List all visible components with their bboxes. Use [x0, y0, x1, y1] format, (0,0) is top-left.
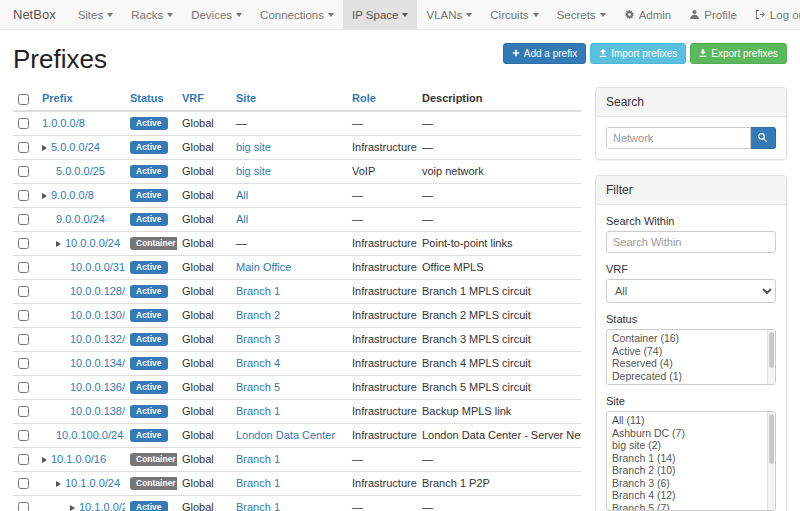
nav-item-vlans[interactable]: VLANs — [417, 0, 481, 29]
prefix-link[interactable]: 10.0.100.0/24 — [56, 429, 123, 441]
expand-caret-icon — [42, 457, 47, 463]
brand-logo[interactable]: NetBox — [0, 0, 69, 29]
prefix-link[interactable]: 10.0.0.138/31 — [70, 405, 125, 417]
site-link[interactable]: Branch 1 — [236, 285, 280, 297]
column-header-status[interactable]: Status — [130, 92, 164, 104]
prefix-link[interactable]: 5.0.0.0/24 — [51, 141, 100, 153]
select-all-checkbox[interactable] — [18, 94, 29, 105]
prefix-link[interactable]: 10.0.0.128/31 — [70, 285, 125, 297]
site-link[interactable]: Branch 2 — [236, 309, 280, 321]
row-checkbox[interactable] — [18, 382, 29, 393]
search-within-input[interactable] — [606, 231, 776, 253]
prefix-link[interactable]: 10.0.0.134/31 — [70, 357, 125, 369]
prefix-link[interactable]: 10.1.0.0/25 — [79, 501, 125, 511]
site-multiselect[interactable]: All (11)Ashburn DC (7)big site (2)Branch… — [606, 411, 776, 511]
vrf-select[interactable]: All — [606, 279, 776, 303]
vrf-cell: Global — [177, 207, 231, 231]
prefix-link[interactable]: 9.0.0.0/8 — [51, 189, 94, 201]
prefix-link[interactable]: 9.0.0.0/24 — [56, 213, 105, 225]
table-row: 10.0.0.134/31ActiveGlobalBranch 4Infrast… — [13, 351, 581, 375]
filter-option[interactable]: Ashburn DC (7) — [607, 427, 775, 440]
nav-item-racks[interactable]: Racks — [122, 0, 182, 29]
site-link[interactable]: Branch 4 — [236, 357, 280, 369]
scrollbar[interactable] — [767, 330, 775, 384]
row-checkbox[interactable] — [18, 310, 29, 321]
row-checkbox[interactable] — [18, 454, 29, 465]
profile-link[interactable]: Profile — [680, 0, 746, 29]
site-link[interactable]: All — [236, 213, 248, 225]
row-checkbox[interactable] — [18, 214, 29, 225]
table-row: 5.0.0.0/24ActiveGlobalbig siteInfrastruc… — [13, 135, 581, 159]
filter-option[interactable]: Branch 5 (7) — [607, 502, 775, 511]
description-cell: voip network — [417, 159, 581, 183]
column-header-site[interactable]: Site — [236, 92, 256, 104]
site-link[interactable]: London Data Center — [236, 429, 335, 441]
logout-link[interactable]: Log out — [746, 0, 800, 29]
row-checkbox[interactable] — [18, 286, 29, 297]
site-link[interactable]: Branch 1 — [236, 405, 280, 417]
row-checkbox[interactable] — [18, 358, 29, 369]
nav-item-ip-space[interactable]: IP Space — [343, 0, 417, 29]
import-prefixes-button[interactable]: Import prefixes — [590, 43, 686, 64]
row-checkbox[interactable] — [18, 334, 29, 345]
nav-item-sites[interactable]: Sites — [69, 0, 123, 29]
filter-option[interactable]: Branch 2 (10) — [607, 464, 775, 477]
filter-option[interactable]: Active (74) — [607, 345, 775, 358]
filter-option[interactable]: Branch 1 (14) — [607, 452, 775, 465]
site-link[interactable]: All — [236, 189, 248, 201]
site-link[interactable]: Branch 1 — [236, 453, 280, 465]
filter-option[interactable]: Branch 3 (6) — [607, 477, 775, 490]
search-icon — [757, 131, 768, 146]
row-checkbox[interactable] — [18, 430, 29, 441]
nav-item-connections[interactable]: Connections — [251, 0, 343, 29]
nav-item-circuits[interactable]: Circuits — [481, 0, 547, 29]
site-link[interactable]: Main Office — [236, 261, 291, 273]
row-checkbox[interactable] — [18, 166, 29, 177]
filter-option[interactable]: All (11) — [607, 414, 775, 427]
export-prefixes-label: Export prefixes — [711, 48, 778, 59]
row-checkbox[interactable] — [18, 238, 29, 249]
prefix-link[interactable]: 10.0.0.136/31 — [70, 381, 125, 393]
column-header-prefix[interactable]: Prefix — [42, 92, 73, 104]
column-header-role[interactable]: Role — [352, 92, 376, 104]
prefix-link[interactable]: 10.0.0.0/24 — [65, 237, 120, 249]
admin-link[interactable]: Admin — [615, 0, 681, 29]
filter-option[interactable]: Reserved (4) — [607, 357, 775, 370]
row-checkbox[interactable] — [18, 190, 29, 201]
row-checkbox[interactable] — [18, 142, 29, 153]
nav-item-label: Racks — [131, 9, 163, 21]
site-link[interactable]: Branch 3 — [236, 333, 280, 345]
scrollbar[interactable] — [767, 412, 775, 510]
status-multiselect[interactable]: Container (16)Active (74)Reserved (4)Dep… — [606, 329, 776, 385]
site-link[interactable]: big site — [236, 141, 271, 153]
filter-option[interactable]: Container (16) — [607, 332, 775, 345]
search-button[interactable] — [751, 127, 776, 149]
prefix-link[interactable]: 10.1.0.0/16 — [51, 453, 106, 465]
export-prefixes-button[interactable]: Export prefixes — [690, 43, 787, 64]
filter-option[interactable]: Deprecated (1) — [607, 370, 775, 383]
row-checkbox[interactable] — [18, 478, 29, 489]
row-checkbox[interactable] — [18, 262, 29, 273]
site-link[interactable]: big site — [236, 165, 271, 177]
table-row: 5.0.0.0/25ActiveGlobalbig siteVoIPvoip n… — [13, 159, 581, 183]
filter-option[interactable]: big site (2) — [607, 439, 775, 452]
nav-item-devices[interactable]: Devices — [182, 0, 251, 29]
prefix-link[interactable]: 10.0.0.130/31 — [70, 309, 125, 321]
nav-item-secrets[interactable]: Secrets — [548, 0, 615, 29]
prefix-link[interactable]: 10.0.0.0/31 — [70, 261, 125, 273]
column-header-vrf[interactable]: VRF — [182, 92, 204, 104]
chevron-down-icon — [402, 13, 408, 17]
row-checkbox[interactable] — [18, 118, 29, 129]
site-link[interactable]: Branch 1 — [236, 477, 280, 489]
prefix-link[interactable]: 10.1.0.0/24 — [65, 477, 120, 489]
search-input[interactable] — [606, 127, 751, 149]
site-link[interactable]: Branch 5 — [236, 381, 280, 393]
filter-option[interactable]: Branch 4 (12) — [607, 489, 775, 502]
row-checkbox[interactable] — [18, 502, 29, 511]
prefix-link[interactable]: 10.0.0.132/31 — [70, 333, 125, 345]
row-checkbox[interactable] — [18, 406, 29, 417]
add-prefix-button[interactable]: Add a prefix — [503, 43, 586, 64]
prefix-link[interactable]: 5.0.0.0/25 — [56, 165, 105, 177]
prefix-link[interactable]: 1.0.0.0/8 — [42, 117, 85, 129]
site-link[interactable]: Branch 1 — [236, 501, 280, 511]
